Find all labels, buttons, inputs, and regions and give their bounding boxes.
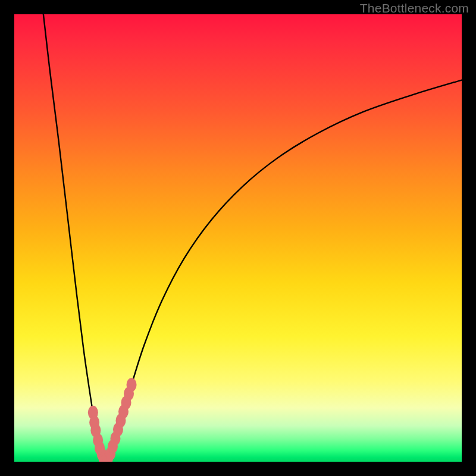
watermark-text: TheBottleneck.com <box>360 1 469 15</box>
curve-right-branch <box>105 80 462 462</box>
marker-point <box>127 378 137 392</box>
curve-left-branch <box>43 14 106 462</box>
chart-frame: TheBottleneck.com <box>0 0 476 476</box>
sample-point-markers <box>88 378 137 462</box>
plot-area <box>14 14 462 462</box>
curve-layer <box>14 14 462 462</box>
bottleneck-curve <box>43 14 462 462</box>
